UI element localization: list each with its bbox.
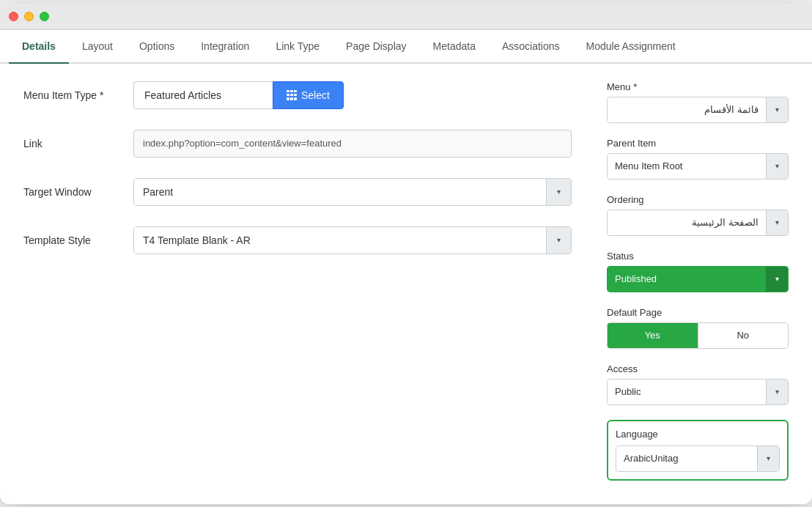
access-group: Access Public	[607, 363, 789, 405]
status-dropdown-btn[interactable]	[766, 267, 788, 292]
access-label: Access	[607, 363, 789, 374]
menu-select[interactable]: قائمة الأقسام	[608, 97, 766, 122]
menu-item-type-control: Featured Articles Select	[133, 81, 572, 109]
app-window: Details Layout Options Integration Link …	[0, 4, 812, 504]
menu-item-type-value: Featured Articles	[133, 81, 273, 109]
tab-layout[interactable]: Layout	[69, 30, 126, 64]
template-style-row: Template Style T4 Template Blank - AR	[23, 226, 572, 254]
select-button[interactable]: Select	[273, 81, 344, 109]
chevron-down-icon	[775, 388, 779, 396]
target-window-row: Target Window Parent	[23, 178, 572, 206]
ordering-label: Ordering	[607, 194, 789, 205]
template-style-dropdown-btn[interactable]	[546, 227, 571, 253]
template-style-control: T4 Template Blank - AR	[133, 226, 572, 254]
close-button[interactable]	[9, 12, 18, 21]
right-panel: Menu * قائمة الأقسام Parent Item Menu It…	[607, 81, 789, 481]
tab-bar: Details Layout Options Integration Link …	[0, 30, 812, 64]
tab-link-type[interactable]: Link Type	[262, 30, 333, 64]
menu-dropdown-btn[interactable]	[766, 97, 788, 122]
language-dropdown-btn[interactable]	[757, 446, 779, 471]
access-select[interactable]: Public	[608, 380, 766, 404]
target-window-control: Parent	[133, 178, 572, 206]
left-panel: Menu Item Type * Featured Articles Selec…	[23, 81, 572, 481]
status-label: Status	[607, 251, 789, 262]
tab-options[interactable]: Options	[126, 30, 188, 64]
access-dropdown-btn[interactable]	[766, 380, 788, 404]
parent-item-label: Parent Item	[607, 138, 789, 149]
target-window-select[interactable]: Parent	[134, 179, 546, 205]
default-page-group: Default Page Yes No	[607, 307, 789, 349]
language-label: Language	[616, 429, 780, 440]
template-style-select[interactable]: T4 Template Blank - AR	[134, 227, 546, 253]
status-group: Status Published	[607, 251, 789, 292]
ordering-group: Ordering الصفحة الرئيسية	[607, 194, 789, 236]
maximize-button[interactable]	[40, 12, 49, 21]
tab-page-display[interactable]: Page Display	[333, 30, 420, 64]
parent-item-select[interactable]: Menu Item Root	[608, 154, 766, 179]
select-button-label: Select	[301, 89, 330, 101]
chevron-down-icon	[557, 236, 561, 244]
chevron-down-icon	[775, 275, 779, 283]
menu-item-type-row: Menu Item Type * Featured Articles Selec…	[23, 81, 572, 109]
menu-group: Menu * قائمة الأقسام	[607, 81, 789, 123]
title-bar	[0, 4, 812, 30]
parent-item-dropdown-btn[interactable]	[766, 154, 788, 179]
language-select[interactable]: ArabicUnitag	[616, 446, 757, 471]
chevron-down-icon	[775, 218, 779, 226]
menu-label: Menu *	[607, 81, 789, 92]
status-select[interactable]: Published	[608, 267, 766, 292]
chevron-down-icon	[557, 188, 561, 196]
link-input[interactable]	[133, 130, 572, 158]
chevron-down-icon	[775, 162, 779, 170]
minimize-button[interactable]	[24, 12, 34, 21]
tab-details[interactable]: Details	[9, 30, 69, 64]
link-label: Link	[23, 138, 133, 149]
yes-button[interactable]: Yes	[608, 323, 698, 348]
link-row: Link	[23, 130, 572, 158]
tab-metadata[interactable]: Metadata	[420, 30, 489, 64]
tab-associations[interactable]: Associations	[489, 30, 573, 64]
ordering-dropdown-btn[interactable]	[766, 210, 788, 235]
chevron-down-icon	[767, 454, 770, 462]
parent-item-group: Parent Item Menu Item Root	[607, 138, 789, 180]
link-control	[133, 130, 572, 158]
content-area: Menu Item Type * Featured Articles Selec…	[0, 64, 812, 504]
default-page-label: Default Page	[607, 307, 789, 318]
template-style-label: Template Style	[23, 234, 133, 246]
menu-item-type-label: Menu Item Type *	[23, 89, 133, 101]
grid-icon	[287, 90, 297, 100]
target-window-label: Target Window	[23, 186, 133, 198]
language-group: Language ArabicUnitag	[607, 420, 789, 481]
tab-module-assignment[interactable]: Module Assignment	[573, 30, 689, 64]
target-window-dropdown-btn[interactable]	[546, 179, 571, 205]
chevron-down-icon	[775, 106, 779, 114]
tab-integration[interactable]: Integration	[188, 30, 262, 64]
no-button[interactable]: No	[698, 323, 789, 348]
ordering-select[interactable]: الصفحة الرئيسية	[608, 210, 766, 235]
